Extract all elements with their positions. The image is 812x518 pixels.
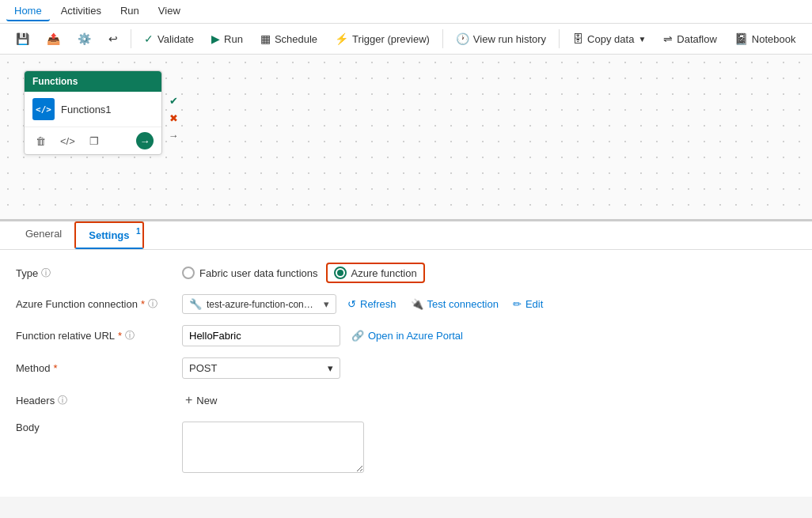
required-asterisk: * [141,298,145,310]
method-dropdown-arrow: ▾ [328,362,333,374]
history-icon: 🕐 [456,32,469,45]
radio-azure-circle [334,267,347,279]
function-code-icon: </> [36,104,51,115]
tab-general-label: General [25,228,62,240]
canvas-inner: Functions </> Functions1 🗑 </> ❐ → ✔ [0,55,812,213]
activity-side-icons: ✔ ✖ → [165,93,181,143]
method-required-asterisk: * [53,362,57,374]
copy-data-icon: 🗄 [572,32,583,45]
notebook-button[interactable]: 📓 Notebook [727,28,804,49]
arrow-activity-button[interactable]: → [136,132,154,149]
function-url-input[interactable] [182,325,340,346]
radio-fabric-circle [182,267,195,279]
copy-data-button[interactable]: 🗄 Copy data ▼ [564,28,654,49]
menu-run[interactable]: Run [112,2,147,21]
method-controls: POST ▾ [182,357,340,379]
type-label: Type ⓘ [16,267,174,280]
trigger-button[interactable]: ⚡ Trigger (preview) [327,28,438,49]
body-label: Body [16,422,174,433]
activity-name-label: Functions1 [61,104,112,115]
new-label: New [196,395,217,406]
method-dropdown[interactable]: POST ▾ [182,357,340,379]
toolbar: 💾 📤 ⚙️ ↩ ✓ Validate ▶ Run ▦ Schedule ⚡ T… [0,24,812,55]
tab-bar: General Settings 1 [0,221,812,250]
status-error-icon: ✖ [165,110,181,126]
open-portal-button[interactable]: 🔗 Open in Azure Portal [348,328,466,343]
radio-azure-dot [337,270,343,276]
undo-button[interactable]: ↩ [101,28,126,49]
open-portal-icon: 🔗 [351,330,364,342]
gear-icon: ⚙️ [78,32,91,45]
separator-2 [442,29,443,48]
settings-content: Type ⓘ Fabric user data functions Azure … [0,250,812,497]
code-activity-button[interactable]: </> [57,134,78,149]
schedule-icon: ▦ [260,32,271,45]
test-connection-button[interactable]: 🔌 Test connection [408,297,502,312]
type-row: Type ⓘ Fabric user data functions Azure … [16,263,796,283]
edit-icon: ✏ [513,298,522,310]
type-info-icon[interactable]: ⓘ [41,267,51,280]
schedule-button[interactable]: ▦ Schedule [252,28,325,49]
separator-3 [559,29,560,48]
publish-button[interactable]: 📤 [39,28,68,49]
menu-home[interactable]: Home [6,2,50,21]
activity-icon-box: </> [32,98,55,120]
dataflow-button[interactable]: ⇌ Dataflow [655,28,725,49]
headers-label: Headers ⓘ [16,394,174,407]
radio-azure-label: Azure function [351,267,417,279]
status-check-icon: ✔ [165,93,181,108]
test-connection-icon: 🔌 [411,298,423,310]
url-info-icon[interactable]: ⓘ [125,329,135,342]
connection-dropdown-value: test-azure-function-connection s... [207,299,317,310]
validate-label: Validate [157,33,194,45]
refresh-icon: ↺ [347,298,356,310]
trigger-icon: ⚡ [335,32,348,45]
validate-button[interactable]: ✓ Validate [136,28,202,49]
method-row: Method * POST ▾ [16,357,796,379]
tab-general[interactable]: General [13,221,74,249]
copy-activity-button[interactable]: ❐ [86,134,102,149]
edit-button[interactable]: ✏ Edit [510,297,546,312]
delete-activity-button[interactable]: 🗑 [32,134,49,149]
dataflow-label: Dataflow [677,33,717,45]
activity-header: Functions [25,71,161,92]
body-textarea[interactable] [182,422,364,473]
new-header-button[interactable]: + New [182,390,220,410]
radio-fabric-label: Fabric user data functions [199,267,318,279]
headers-row: Headers ⓘ + New [16,390,796,410]
connection-dropdown-icon: 🔧 [189,298,202,310]
tab-settings-label: Settings [89,229,129,241]
menu-bar: Home Activities Run View [0,0,812,24]
headers-info-icon[interactable]: ⓘ [58,394,67,407]
refresh-button[interactable]: ↺ Refresh [344,297,400,312]
dropdown-arrow-icon: ▾ [324,298,329,310]
view-run-history-button[interactable]: 🕐 View run history [448,28,554,49]
activity-card[interactable]: Functions </> Functions1 🗑 </> ❐ → [24,70,162,155]
copy-data-dropdown-icon: ▼ [638,35,646,43]
connection-dropdown[interactable]: 🔧 test-azure-function-connection s... ▾ [182,294,336,314]
activity-footer: 🗑 </> ❐ → [25,127,161,154]
url-controls: 🔗 Open in Azure Portal [182,325,466,346]
headers-controls: + New [182,390,220,410]
open-portal-label: Open in Azure Portal [368,330,463,342]
menu-view[interactable]: View [150,2,188,21]
view-run-history-label: View run history [473,33,546,45]
menu-activities[interactable]: Activities [53,2,109,21]
method-label: Method * [16,362,174,374]
gear-button[interactable]: ⚙️ [70,28,99,49]
radio-fabric[interactable]: Fabric user data functions [182,267,318,279]
undo-icon: ↩ [108,32,118,45]
tab-settings-badge: 1 [136,227,141,236]
activity-body: </> Functions1 [25,92,161,127]
save-icon: 💾 [16,32,29,45]
function-url-row: Function relative URL * ⓘ 🔗 Open in Azur… [16,325,796,346]
run-icon: ▶ [211,32,220,45]
save-button[interactable]: 💾 [8,28,37,49]
function-url-label: Function relative URL * ⓘ [16,329,174,342]
bottom-panel: General Settings 1 Type ⓘ Fabric user da… [0,221,812,497]
run-button[interactable]: ▶ Run [203,28,251,49]
connection-info-icon[interactable]: ⓘ [148,297,157,311]
tab-settings[interactable]: Settings 1 [74,221,143,249]
url-required-asterisk: * [118,330,122,342]
radio-azure[interactable]: Azure function [326,263,425,283]
